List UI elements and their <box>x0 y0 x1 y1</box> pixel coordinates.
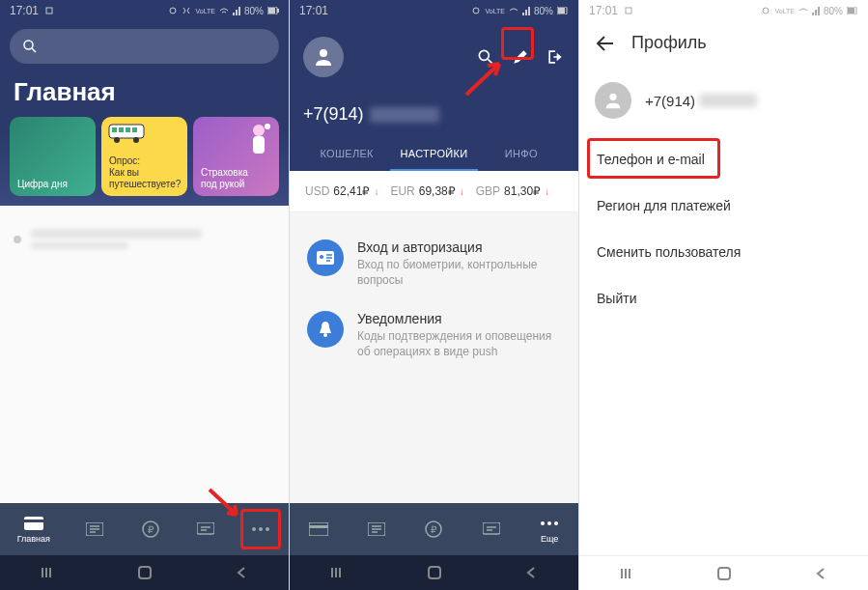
sys-back[interactable] <box>814 567 827 580</box>
more-icon <box>250 520 271 538</box>
search-input[interactable] <box>10 29 279 64</box>
menu-region[interactable]: Регион для платежей <box>579 183 868 229</box>
sys-back[interactable] <box>524 566 538 579</box>
nav-2[interactable] <box>366 520 387 538</box>
rate-eur[interactable]: EUR69,38₽↓ <box>390 184 463 198</box>
nav-4[interactable] <box>481 520 502 538</box>
phone-1-home: 17:01 VoLTE 80% Главная Цифра дня <box>0 0 289 590</box>
svg-rect-8 <box>119 127 124 132</box>
arrow-down-icon: ↓ <box>374 186 378 197</box>
svg-point-11 <box>114 137 120 143</box>
menu-switch-user[interactable]: Сменить пользователя <box>579 229 868 275</box>
nav-more[interactable] <box>250 520 271 538</box>
tabs: КОШЕЛЕК НАСТРОЙКИ ИНФО <box>303 138 565 171</box>
svg-point-48 <box>609 94 616 100</box>
nav-2[interactable] <box>84 520 105 538</box>
svg-rect-14 <box>253 136 265 154</box>
tab-wallet[interactable]: КОШЕЛЕК <box>303 138 390 171</box>
svg-point-41 <box>547 521 551 525</box>
header: +7(914) КОШЕЛЕК НАСТРОЙКИ ИНФО <box>290 21 578 171</box>
menu-logout[interactable]: Выйти <box>579 275 868 322</box>
card-insurance[interactable]: Страховка под рукой <box>193 117 279 196</box>
arrow-down-icon: ↓ <box>545 186 549 197</box>
person-icon <box>603 91 623 110</box>
page-title: Главная <box>14 77 279 107</box>
card-icon <box>308 520 329 538</box>
setting-notifications[interactable]: Уведомления Коды подтверждения и оповеще… <box>290 299 578 371</box>
sys-home[interactable] <box>427 565 442 580</box>
status-icons: VoLTE 80% <box>168 6 279 16</box>
search-button[interactable] <box>476 47 495 67</box>
menu-phone-email[interactable]: Телефон и e-mail <box>579 136 868 183</box>
sys-back[interactable] <box>235 566 248 579</box>
status-bar: 17:01 VoLTE 80% <box>579 0 868 21</box>
back-button[interactable] <box>595 35 614 52</box>
svg-point-40 <box>541 521 545 525</box>
svg-point-45 <box>763 8 769 14</box>
search-icon <box>21 38 39 55</box>
receipt-icon <box>84 520 105 538</box>
edit-button[interactable] <box>511 47 530 67</box>
sys-home[interactable] <box>137 565 153 580</box>
status-time: 17:01 <box>299 4 328 17</box>
rate-usd[interactable]: USD62,41₽↓ <box>305 184 378 198</box>
svg-rect-43 <box>429 567 440 578</box>
logout-button[interactable] <box>546 47 565 67</box>
svg-point-1 <box>170 8 176 14</box>
card-survey[interactable]: Опрос: Как вы путешествуете? <box>101 117 187 196</box>
sys-home[interactable] <box>716 566 732 581</box>
card-digits[interactable]: Цифра дня <box>10 117 96 196</box>
nav-3[interactable]: ₽ <box>423 520 444 538</box>
sys-recent[interactable] <box>41 566 56 579</box>
svg-point-32 <box>320 255 323 259</box>
svg-point-24 <box>266 527 269 531</box>
sys-recent[interactable] <box>330 566 346 579</box>
header: Профиль <box>579 21 868 65</box>
status-screenshot-icon <box>44 6 54 15</box>
svg-rect-35 <box>309 525 328 528</box>
svg-point-30 <box>479 50 489 60</box>
header: Главная Цифра дня Опрос: Как вы путешест… <box>0 21 289 206</box>
phone-number: +7(914) <box>645 93 757 109</box>
phone-number: +7(914) <box>303 87 565 138</box>
card-icon <box>23 515 44 532</box>
setting-auth[interactable]: Вход и авторизация Вход по биометрии, ко… <box>290 228 578 299</box>
svg-rect-28 <box>558 8 565 14</box>
svg-rect-25 <box>139 567 151 578</box>
more-icon <box>539 515 560 532</box>
svg-point-13 <box>253 125 265 136</box>
rate-gbp[interactable]: GBP81,30₽↓ <box>476 184 549 198</box>
sys-recent[interactable] <box>620 567 635 580</box>
svg-point-29 <box>320 49 327 57</box>
nav-home[interactable] <box>308 520 329 538</box>
arrow-left-icon <box>595 35 614 52</box>
vibrate-icon <box>182 6 191 15</box>
avatar[interactable] <box>303 37 344 77</box>
list-item[interactable] <box>10 223 279 255</box>
svg-rect-34 <box>309 522 328 536</box>
profile-row[interactable]: +7(914) <box>579 65 868 136</box>
svg-point-26 <box>473 8 479 14</box>
person-icon <box>244 121 273 157</box>
status-battery: 80% <box>244 6 264 16</box>
tab-settings[interactable]: НАСТРОЙКИ <box>390 138 477 171</box>
svg-point-15 <box>265 124 270 129</box>
nav-4[interactable] <box>195 520 216 538</box>
tab-info[interactable]: ИНФО <box>478 138 565 171</box>
status-bar: 17:01 VoLTE 80% <box>0 0 289 21</box>
svg-rect-39 <box>483 522 500 534</box>
phone-3-profile: 17:01 VoLTE 80% Профиль +7(914) Телефон … <box>578 0 868 590</box>
receipt-icon <box>366 520 387 538</box>
svg-rect-16 <box>24 517 43 530</box>
settings-list: Вход и авторизация Вход по биометрии, ко… <box>290 212 578 503</box>
system-nav <box>0 555 289 590</box>
bell-icon <box>307 311 344 348</box>
nav-home[interactable]: Главная <box>17 515 50 544</box>
exit-icon <box>546 47 565 67</box>
nav-3[interactable]: ₽ <box>140 520 161 538</box>
search-icon <box>476 47 495 67</box>
bus-icon <box>107 123 146 144</box>
wifi-icon <box>219 6 229 15</box>
alarm-icon <box>168 6 178 15</box>
nav-more[interactable]: Еще <box>539 515 560 544</box>
